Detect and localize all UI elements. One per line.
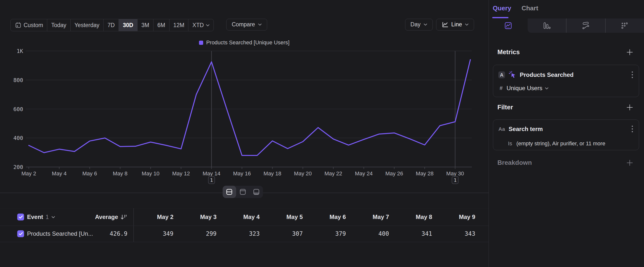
table-column-divider [133, 208, 134, 242]
add-metric-button[interactable] [626, 49, 634, 56]
check-icon [19, 232, 23, 235]
date-column-header[interactable]: May 7 [346, 213, 389, 220]
y-axis-tick-label: 200 [13, 164, 23, 170]
filter-heading: Filter [498, 103, 513, 111]
range-12m[interactable]: 12M [169, 19, 188, 31]
x-axis-tick-label: May 16 [233, 170, 251, 177]
view-table-only-button[interactable] [250, 186, 263, 198]
x-axis-tick-label: May 18 [264, 170, 281, 177]
chevron-down-icon [465, 23, 468, 26]
report-canvas: Custom Today Yesterday 7D 30D 3M 6M 12M … [0, 0, 488, 267]
view-chart-only-button[interactable] [236, 186, 250, 198]
metric-menu-button[interactable] [632, 71, 633, 78]
filter-menu-button[interactable] [632, 126, 633, 132]
x-axis-tick-label: May 26 [386, 170, 403, 177]
chart-type-tabs [489, 19, 644, 33]
range-3m[interactable]: 3M [137, 19, 153, 31]
range-label: Custom [24, 22, 43, 29]
x-axis-tick-label: May 22 [324, 170, 342, 177]
date-cell-value: 299 [174, 230, 216, 237]
date-column-header[interactable]: May 3 [174, 213, 216, 220]
date-column-header[interactable]: May 4 [217, 213, 260, 220]
chevron-down-icon [545, 87, 548, 90]
date-cell-value: 349 [130, 230, 174, 237]
date-column-header[interactable]: May 9 [432, 213, 475, 220]
series-checkbox[interactable] [17, 230, 24, 237]
x-axis-tick-label: May 4 [52, 170, 67, 177]
range-7d[interactable]: 7D [103, 19, 118, 31]
date-column-header[interactable]: May 8 [389, 213, 432, 220]
aggregation-dropdown[interactable]: Unique Users [506, 85, 548, 92]
metric-event-name: Products Searched [520, 71, 574, 78]
insights-line-tab-icon[interactable] [504, 22, 512, 29]
date-column-header[interactable]: May 2 [130, 213, 174, 220]
x-axis-tick-label: May 24 [355, 170, 373, 177]
chart-only-icon [239, 188, 246, 195]
date-cell-value: 343 [432, 230, 475, 237]
range-xtd[interactable]: XTD [188, 19, 214, 31]
x-axis-tick-label: May 28 [416, 170, 434, 177]
range-yesterday[interactable]: Yesterday [70, 19, 103, 31]
toolbar: Custom Today Yesterday 7D 30D 3M 6M 12M … [10, 19, 478, 31]
filter-value[interactable]: (empty string), Air purifier, or 11 more [516, 140, 606, 147]
add-filter-button[interactable] [626, 104, 634, 111]
date-cell-value: 400 [346, 230, 389, 237]
check-icon [19, 215, 23, 219]
date-cell-value: 341 [389, 230, 432, 237]
compare-button[interactable]: Compare [226, 19, 267, 31]
x-axis-tick-label: May 6 [82, 170, 97, 177]
aggregation-prefix: # [500, 85, 502, 91]
y-axis-tick-label: 1K [17, 48, 23, 54]
y-axis-tick-label: 600 [13, 106, 23, 112]
granularity-dropdown[interactable]: Day [405, 19, 433, 31]
x-axis-tick-label: May 2 [22, 170, 36, 177]
event-column-header[interactable]: Event 1 [27, 213, 55, 220]
table-row[interactable]: Products Searched [Un... 426.9 349299323… [0, 226, 488, 242]
calendar-icon [15, 22, 22, 28]
date-column-header[interactable]: May 5 [260, 213, 303, 220]
annotation-badge-label: 1 [210, 177, 213, 183]
chevron-down-icon [424, 23, 427, 26]
x-axis-tick-label: May 8 [113, 170, 128, 177]
x-axis-tick-label: May 10 [142, 170, 160, 177]
flow-tab-icon[interactable] [582, 22, 590, 29]
chevron-down-icon [258, 23, 262, 26]
add-breakdown-button[interactable] [626, 159, 634, 166]
filter-property-name: Search term [509, 126, 543, 133]
chart-type-dropdown[interactable]: Line [436, 19, 474, 31]
active-tab-underline [492, 17, 508, 18]
text-type-icon: Aa [498, 126, 505, 132]
view-split-button[interactable] [222, 186, 236, 198]
date-range-picker: Custom Today Yesterday 7D 30D 3M 6M 12M … [10, 19, 214, 31]
table-header-row: Event 1 Average May 2May 3May 4May 5May … [0, 208, 488, 226]
filter-card[interactable]: Aa Search term Is (empty string), Air pu… [493, 119, 639, 150]
date-column-header[interactable]: May 6 [303, 213, 346, 220]
range-30d[interactable]: 30D [118, 19, 137, 31]
tab-chart[interactable]: Chart [522, 5, 538, 12]
date-cell-value: 379 [303, 230, 346, 237]
data-series-line[interactable] [29, 60, 470, 155]
x-axis-tick-label: May 14 [203, 170, 220, 177]
metric-card[interactable]: A Products Searched # Unique Users [493, 65, 639, 97]
tab-query[interactable]: Query [493, 5, 511, 12]
range-custom[interactable]: Custom [10, 19, 47, 31]
dot-grid-tab-icon[interactable] [621, 22, 628, 29]
cursor-click-icon [508, 71, 516, 79]
range-today[interactable]: Today [47, 19, 70, 31]
select-all-checkbox[interactable] [17, 213, 24, 220]
filter-operator[interactable]: Is [508, 140, 512, 147]
chart-controls: Day Line [405, 19, 474, 31]
x-axis-tick-label: May 30 [446, 170, 464, 177]
event-count: 1 [46, 213, 49, 220]
range-6m[interactable]: 6M [153, 19, 169, 31]
line-chart[interactable]: 2004006008001KMay 2May 4May 6May 8May 10… [0, 37, 488, 190]
x-axis-tick-label: May 12 [172, 170, 190, 177]
bar-chart-tab-icon[interactable] [543, 22, 550, 29]
chevron-down-icon [52, 216, 55, 218]
series-average-value: 426.9 [81, 230, 128, 237]
average-column-header[interactable]: Average [71, 213, 127, 220]
metrics-heading: Metrics [498, 48, 520, 56]
annotation-badge-label: 1 [454, 177, 456, 183]
line-chart-icon [442, 21, 448, 28]
table-only-icon [253, 188, 260, 195]
